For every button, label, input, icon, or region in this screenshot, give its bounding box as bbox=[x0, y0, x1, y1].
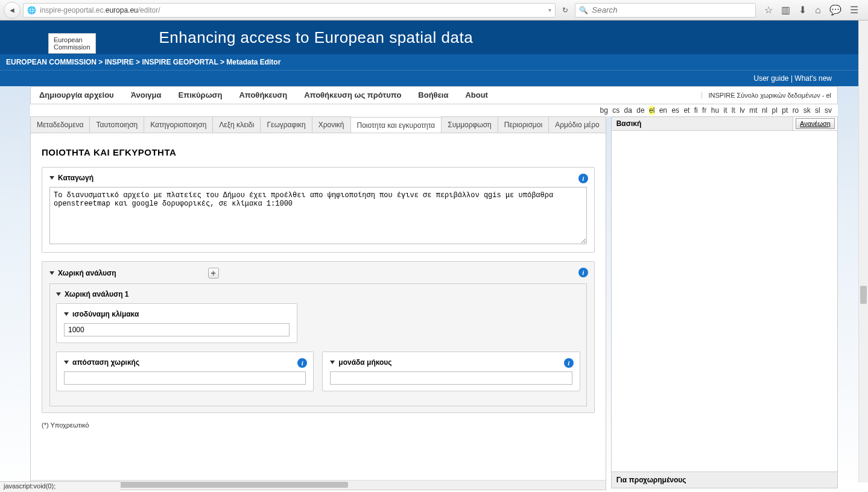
reload-button[interactable]: ↻ bbox=[558, 3, 572, 17]
lang-ro[interactable]: ro bbox=[793, 106, 799, 115]
lang-mt[interactable]: mt bbox=[749, 106, 757, 115]
chevron-down-icon[interactable] bbox=[49, 271, 54, 275]
url-bar[interactable]: 🌐 inspire-geoportal.ec.europa.eu/editor/… bbox=[23, 3, 556, 17]
vertical-scrollbar[interactable] bbox=[858, 20, 868, 482]
page-heading: ΠΟΙΟΤΗΤΑ ΚΑΙ ΕΓΚΥΡΟΤΗΤΑ bbox=[42, 147, 595, 157]
dropdown-icon[interactable]: ▾ bbox=[548, 7, 551, 13]
star-icon[interactable]: ☆ bbox=[764, 4, 773, 16]
lang-fi[interactable]: fi bbox=[694, 106, 698, 115]
chevron-down-icon[interactable] bbox=[56, 292, 61, 296]
lang-pl[interactable]: pl bbox=[772, 106, 778, 115]
tab-item[interactable]: Γεωγραφικη bbox=[260, 116, 312, 133]
library-icon[interactable]: ▥ bbox=[781, 4, 790, 16]
spatial-label: Χωρική ανάλυση bbox=[58, 269, 116, 277]
lang-et[interactable]: et bbox=[683, 106, 689, 115]
lang-nl[interactable]: nl bbox=[762, 106, 767, 115]
breadcrumb-item[interactable]: EUROPEAN COMMISSION bbox=[6, 58, 97, 66]
browser-tool-icons: ☆ ▥ ⬇ ⌂ 💬 ☰ bbox=[758, 4, 864, 16]
spatial-item-label: Χωρική ανάλυση 1 bbox=[65, 290, 129, 298]
breadcrumb-item[interactable]: INSPIRE GEOPORTAL bbox=[142, 58, 218, 66]
lang-fr[interactable]: fr bbox=[702, 106, 706, 115]
tab-item[interactable]: Ταυτοποιηση bbox=[89, 116, 144, 133]
menu-item[interactable]: Επικύρωση bbox=[170, 87, 231, 104]
lang-cs[interactable]: cs bbox=[612, 106, 619, 115]
user-guide-link[interactable]: User guide bbox=[754, 74, 789, 83]
top-links: User guide | What's new bbox=[0, 70, 868, 86]
unit-label: μονάδα μήκους bbox=[338, 358, 391, 367]
tab-bar: ΜεταδεδομεναΤαυτοποιησηΚατηγοριοποιησηΛε… bbox=[31, 116, 606, 133]
tab-item[interactable]: Λεξη κλειδι bbox=[212, 116, 261, 133]
lineage-panel: i Καταγωγή bbox=[42, 167, 595, 253]
browser-status-bar: javascript:void(0); bbox=[0, 481, 121, 492]
editor-panel: ΜεταδεδομεναΤαυτοποιησηΚατηγοριοποιησηΛε… bbox=[30, 116, 606, 490]
menu-item[interactable]: Αποθήκευση ως πρότυπο bbox=[296, 87, 410, 104]
distance-input[interactable] bbox=[64, 371, 306, 385]
browser-toolbar: ◄ 🌐 inspire-geoportal.ec.europa.eu/edito… bbox=[0, 0, 868, 20]
basic-header: Βασική bbox=[612, 117, 793, 130]
info-icon[interactable]: i bbox=[578, 268, 588, 277]
info-icon[interactable]: i bbox=[564, 358, 574, 368]
menu-item[interactable]: Βοήθεια bbox=[410, 87, 457, 104]
lang-sl[interactable]: sl bbox=[815, 106, 820, 115]
tab-item[interactable]: Μεταδεδομενα bbox=[31, 116, 90, 133]
refresh-button[interactable]: Ανανέωση bbox=[796, 118, 835, 129]
lang-it[interactable]: it bbox=[724, 106, 727, 115]
lang-lt[interactable]: lt bbox=[732, 106, 735, 115]
globe-icon: 🌐 bbox=[27, 6, 36, 14]
lang-pt[interactable]: pt bbox=[782, 106, 788, 115]
lang-sk[interactable]: sk bbox=[803, 106, 811, 115]
browser-search[interactable]: 🔍 bbox=[575, 3, 756, 17]
tab-item[interactable]: Συμμορφωση bbox=[441, 116, 498, 133]
lang-sv[interactable]: sv bbox=[825, 106, 832, 115]
tab-item[interactable]: Περιορισμοι bbox=[498, 116, 549, 133]
menu-item[interactable]: About bbox=[457, 87, 496, 104]
lang-da[interactable]: da bbox=[624, 106, 632, 115]
footnote: (*) Υποχρεωτικό bbox=[42, 421, 595, 429]
unit-panel: i μονάδα μήκους bbox=[322, 352, 580, 391]
lang-de[interactable]: de bbox=[636, 106, 644, 115]
site-header: European Commission Enhancing access to … bbox=[0, 20, 868, 54]
menu-item[interactable]: Δημιουργία αρχείου bbox=[31, 87, 122, 104]
download-icon[interactable]: ⬇ bbox=[799, 4, 806, 16]
chevron-down-icon[interactable] bbox=[64, 312, 69, 316]
lang-en[interactable]: en bbox=[659, 106, 667, 115]
chat-icon[interactable]: 💬 bbox=[829, 4, 841, 16]
lineage-textarea[interactable] bbox=[49, 187, 587, 244]
spatial-resolution-panel: i Χωρική ανάλυση + Χωρική ανάλυση 1 bbox=[42, 261, 595, 413]
distance-label: απόσταση χωρικής bbox=[72, 358, 139, 367]
search-input[interactable] bbox=[592, 5, 752, 14]
menu-item[interactable]: Άνοιγμα bbox=[122, 87, 170, 104]
chevron-down-icon[interactable] bbox=[49, 176, 54, 180]
validation-panel: Βασική Ανανέωση Για προχωρημένους bbox=[611, 116, 838, 490]
tab-item[interactable]: Κατηγοριοποιηση bbox=[144, 116, 213, 133]
spatial-item-panel: Χωρική ανάλυση 1 ισοδύναμη κλίμακα bbox=[49, 283, 587, 406]
scale-panel: ισοδύναμη κλίμακα bbox=[56, 303, 297, 343]
language-bar: bg cs da de el en es et fi fr hu it lt l… bbox=[30, 104, 838, 116]
lang-bg[interactable]: bg bbox=[600, 106, 608, 115]
lang-lv[interactable]: lv bbox=[740, 106, 745, 115]
add-button[interactable]: + bbox=[208, 268, 219, 279]
whats-new-link[interactable]: What's new bbox=[794, 74, 832, 83]
chevron-down-icon[interactable] bbox=[64, 361, 69, 364]
advanced-header[interactable]: Για προχωρημένους bbox=[612, 472, 837, 488]
lang-el[interactable]: el bbox=[649, 106, 654, 115]
menu-item[interactable]: Αποθήκευση bbox=[230, 87, 296, 104]
url-text: inspire-geoportal.ec.europa.eu/editor/ bbox=[40, 6, 545, 14]
unit-input[interactable] bbox=[330, 371, 572, 385]
menu-icon[interactable]: ☰ bbox=[850, 4, 858, 16]
breadcrumb-item[interactable]: Metadata Editor bbox=[226, 58, 280, 66]
back-button[interactable]: ◄ bbox=[4, 2, 21, 19]
menubar: Δημιουργία αρχείουΆνοιγμαΕπικύρωσηΑποθήκ… bbox=[30, 86, 838, 104]
tab-item[interactable]: Ποιοτητα και εγκυροτητα bbox=[350, 117, 442, 133]
tab-item[interactable]: Αρμόδιο μέρο bbox=[548, 116, 606, 133]
menubar-status: INSPIRE Σύνολο χωρικών δεδομένων - el bbox=[702, 92, 837, 99]
chevron-down-icon[interactable] bbox=[330, 361, 335, 364]
scale-input[interactable] bbox=[64, 323, 290, 336]
breadcrumb-item[interactable]: INSPIRE bbox=[105, 58, 134, 66]
search-icon: 🔍 bbox=[579, 6, 588, 14]
lang-hu[interactable]: hu bbox=[711, 106, 719, 115]
lang-es[interactable]: es bbox=[671, 106, 679, 115]
tab-item[interactable]: Χρονική bbox=[312, 116, 351, 133]
home-icon[interactable]: ⌂ bbox=[815, 5, 821, 16]
info-icon[interactable]: i bbox=[578, 174, 588, 183]
